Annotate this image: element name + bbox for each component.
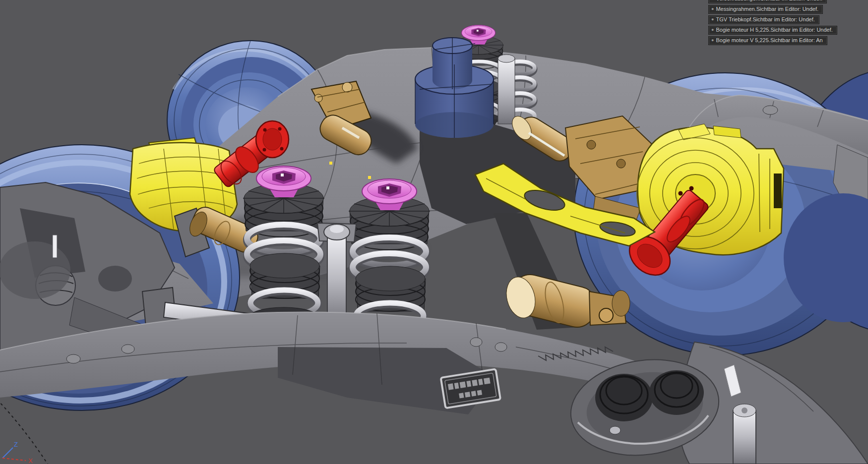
notification-text: TGV Triebkopf.Sichtbar im Editor: Undef. — [716, 16, 814, 23]
viewport-canvas[interactable] — [0, 0, 868, 464]
notification-dot-icon: ● — [711, 0, 714, 1]
notification-text: Verschraubungen.Sichtbar im Editor: Unde… — [716, 0, 822, 2]
notification: ● Bogie moteur V 5,225.Sichtbar im Edito… — [709, 37, 827, 45]
notification: ● TGV Triebkopf.Sichtbar im Editor: Unde… — [709, 16, 819, 24]
axis-gizmo: Z X — [0, 439, 48, 464]
notification-text: Bogie moteur H 5,225.Sichtbar im Editor:… — [716, 27, 832, 33]
axis-z-line — [2, 448, 13, 458]
viewport[interactable]: ● Verschraubungen.Sichtbar im Editor: Un… — [0, 0, 868, 464]
notification-text: Messingrahmen.Sichtbar im Editor: Undef. — [716, 6, 818, 12]
axis-x-line — [2, 458, 26, 461]
notification-dot-icon: ● — [711, 17, 714, 22]
notification-dot-icon: ● — [711, 7, 714, 11]
notification-dot-icon: ● — [711, 38, 714, 43]
notification: ● Bogie moteur H 5,225.Sichtbar im Edito… — [709, 26, 837, 34]
notification-dot-icon: ● — [711, 28, 714, 32]
notification-text: Bogie moteur V 5,225.Sichtbar im Editor:… — [716, 37, 822, 44]
axis-x-label: X — [28, 457, 33, 464]
notification-stack: ● Verschraubungen.Sichtbar im Editor: Un… — [709, 0, 837, 45]
axis-z-label: Z — [14, 441, 18, 448]
notification: ● Messingrahmen.Sichtbar im Editor: Unde… — [709, 5, 822, 13]
notification: ● Verschraubungen.Sichtbar im Editor: Un… — [709, 0, 826, 3]
